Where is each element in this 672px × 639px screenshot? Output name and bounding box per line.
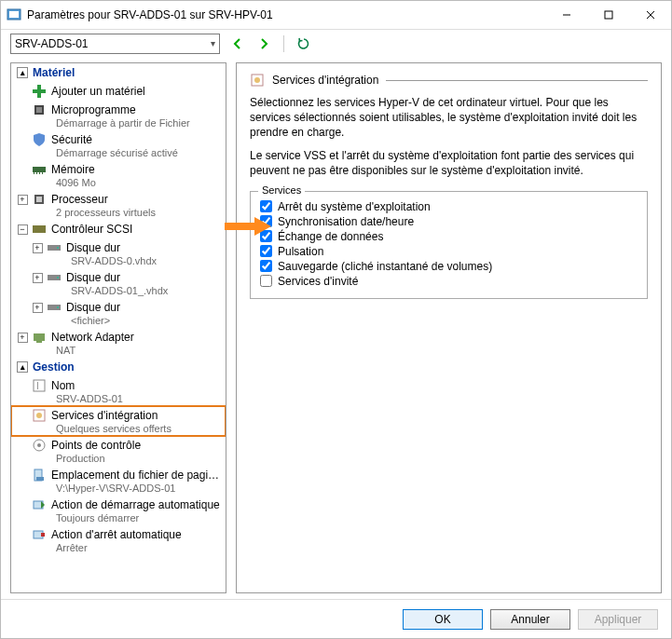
autostop-icon (32, 527, 47, 542)
svg-rect-25 (36, 341, 42, 343)
collapse-icon[interactable]: ▴ (17, 361, 28, 373)
tree-item-disk2[interactable]: + Disque dur SRV-ADDS-01_.vhdx (11, 268, 226, 298)
nav-next-button[interactable] (255, 35, 272, 52)
tree-item-disk3[interactable]: + Disque dur <fichier> (11, 298, 226, 328)
svg-rect-1 (9, 11, 19, 18)
close-button[interactable] (629, 1, 671, 29)
service-row: Sauvegarde (cliché instantané de volumes… (260, 259, 638, 274)
section-hardware[interactable]: ▴ Matériel (11, 63, 226, 82)
nav-prev-button[interactable] (229, 35, 246, 52)
integration-icon (32, 408, 47, 423)
tree-item-nic[interactable]: + Network Adapter NAT (11, 328, 226, 358)
service-label: Services d'invité (278, 275, 358, 288)
service-checkbox[interactable] (260, 245, 272, 257)
tree-item-autostart[interactable]: Action de démarrage automatique Toujours… (11, 496, 226, 525)
svg-point-21 (57, 277, 59, 279)
autostart-icon (32, 497, 47, 512)
svg-rect-9 (36, 107, 42, 113)
panel-description-1: Sélectionnez les services Hyper-V de cet… (250, 95, 648, 141)
tree-item-scsi[interactable]: − Contrôleur SCSI (11, 220, 226, 238)
add-hardware-icon (32, 84, 47, 99)
apply-button[interactable]: Appliquer (578, 609, 658, 630)
refresh-button[interactable] (295, 35, 312, 52)
collapse-icon[interactable]: − (18, 224, 28, 235)
svg-rect-7 (33, 89, 46, 93)
chevron-down-icon: ▾ (211, 38, 215, 48)
maximize-button[interactable] (587, 1, 629, 29)
svg-rect-24 (34, 333, 45, 341)
expand-icon[interactable]: + (33, 243, 43, 253)
tree-item-paging[interactable]: Emplacement du fichier de paginati... V:… (11, 466, 226, 496)
tree-item-autostop[interactable]: Action d'arrêt automatique Arrêter (11, 525, 226, 555)
settings-tree[interactable]: ▴ Matériel Ajouter un matériel Microprog… (10, 62, 226, 593)
svg-rect-12 (36, 172, 37, 174)
shield-icon (32, 132, 47, 147)
section-management[interactable]: ▴ Gestion (11, 358, 226, 376)
toolbar: SRV-ADDS-01 ▾ (1, 29, 671, 57)
svg-rect-33 (36, 477, 44, 481)
svg-point-29 (36, 413, 42, 418)
detail-panel: Services d'intégration Sélectionnez les … (236, 62, 662, 593)
app-icon (7, 7, 21, 22)
section-hardware-label: Matériel (33, 66, 75, 79)
tree-item-add-hardware[interactable]: Ajouter un matériel (11, 82, 226, 101)
memory-icon (32, 162, 47, 177)
paging-icon (32, 468, 47, 483)
tree-item-disk1[interactable]: + Disque dur SRV-ADDS-0.vhdx (11, 238, 226, 268)
svg-point-38 (254, 77, 260, 83)
disk-icon (47, 270, 62, 285)
svg-rect-17 (33, 225, 46, 233)
minimize-button[interactable] (545, 1, 587, 29)
svg-rect-26 (34, 380, 45, 391)
svg-rect-10 (33, 167, 46, 172)
tree-item-checkpoints[interactable]: Points de contrôle Production (11, 436, 226, 466)
disk-icon (47, 240, 62, 255)
chip-icon (32, 102, 47, 117)
service-checkbox[interactable] (260, 230, 272, 242)
toolbar-separator (283, 35, 284, 52)
tree-item-memory[interactable]: Mémoire 4096 Mo (11, 160, 226, 190)
svg-rect-16 (36, 197, 42, 202)
services-legend: Services (258, 184, 305, 196)
service-checkbox[interactable] (260, 260, 272, 272)
svg-point-31 (37, 443, 41, 447)
panel-description-2: Le service VSS et l'arrêt du système d'e… (250, 148, 648, 178)
integration-icon (250, 73, 265, 88)
service-label: Arrêt du système d'exploitation (278, 200, 431, 213)
settings-window: Paramètres pour SRV-ADDS-01 sur SRV-HPV-… (0, 0, 672, 639)
footer: OK Annuler Appliquer (1, 599, 671, 638)
body-split: ▴ Matériel Ajouter un matériel Microprog… (1, 57, 671, 599)
collapse-icon[interactable]: ▴ (17, 67, 28, 78)
service-row: Services d'invité (260, 274, 638, 289)
expand-icon[interactable]: + (33, 303, 43, 313)
service-checkbox[interactable] (260, 215, 272, 227)
expand-icon[interactable]: + (18, 333, 28, 343)
section-management-label: Gestion (33, 360, 75, 374)
tree-item-cpu[interactable]: + Processeur 2 processeurs virtuels (11, 190, 226, 220)
service-row: Synchronisation date/heure (260, 214, 638, 229)
expand-icon[interactable]: + (18, 195, 28, 205)
vm-selector-value: SRV-ADDS-01 (15, 37, 88, 50)
tree-item-integration[interactable]: Services d'intégration Quelques services… (11, 406, 226, 436)
nic-icon (32, 330, 47, 345)
services-fieldset: Services Arrêt du système d'exploitation… (250, 191, 648, 299)
service-checkbox[interactable] (260, 200, 272, 212)
tree-item-name[interactable]: I Nom SRV-ADDS-01 (11, 376, 226, 406)
expand-icon[interactable]: + (33, 273, 43, 283)
cpu-icon (32, 192, 47, 207)
svg-point-19 (57, 247, 59, 249)
service-label: Pulsation (278, 245, 323, 258)
service-checkbox[interactable] (260, 275, 272, 287)
controller-icon (32, 222, 47, 237)
vm-selector-combo[interactable]: SRV-ADDS-01 ▾ (10, 34, 220, 54)
ok-button[interactable]: OK (403, 609, 483, 630)
disk-icon (47, 300, 62, 315)
cancel-button[interactable]: Annuler (490, 609, 570, 630)
svg-rect-36 (41, 533, 45, 537)
svg-rect-3 (605, 11, 612, 19)
titlebar: Paramètres pour SRV-ADDS-01 sur SRV-HPV-… (1, 1, 671, 29)
service-row: Pulsation (260, 244, 638, 259)
tree-item-firmware[interactable]: Microprogramme Démarrage à partir de Fic… (11, 101, 226, 130)
checkpoint-icon (32, 438, 47, 453)
tree-item-security[interactable]: Sécurité Démarrage sécurisé activé (11, 130, 226, 160)
